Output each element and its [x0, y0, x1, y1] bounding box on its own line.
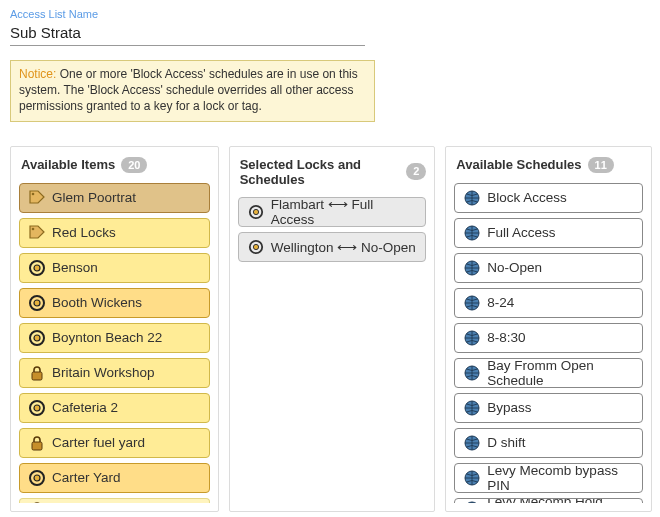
schedule-item[interactable]: 8-24 [454, 288, 643, 318]
globe-icon [463, 294, 481, 312]
schedule-item[interactable]: Levy Mecomb Hold Open [454, 498, 643, 503]
schedule-item-label: Block Access [487, 190, 567, 205]
lock-ring-icon [28, 329, 46, 347]
available-schedules-count: 11 [588, 157, 614, 173]
schedule-item[interactable]: No-Open [454, 253, 643, 283]
available-item[interactable]: Cafeteria 2 [19, 393, 210, 423]
available-item-label: Cafeteria 2 [52, 400, 118, 415]
available-item[interactable]: Benson [19, 253, 210, 283]
tag-icon [28, 189, 46, 207]
selected-item[interactable]: Wellington ⟷ No-Open [238, 232, 427, 262]
available-schedules-panel: Available Schedules 11 Block AccessFull … [445, 146, 652, 512]
available-item-label: Benson [52, 260, 98, 275]
selected-item[interactable]: Flambart ⟷ Full Access [238, 197, 427, 227]
lock-ring-icon [247, 203, 265, 221]
globe-icon [463, 469, 481, 487]
available-item[interactable]: Boynton Beach 22 [19, 323, 210, 353]
lock-ring-icon [28, 399, 46, 417]
padlock-icon [28, 500, 46, 502]
available-item-label: Booth Wickens [52, 295, 142, 310]
available-item-label: Carter fuel yard [52, 435, 145, 450]
available-items-panel: Available Items 20 Glem PoortratRed Lock… [10, 146, 219, 512]
available-item-label: Boynton Beach 22 [52, 330, 162, 345]
schedule-item-label: Bay Fromm Open Schedule [487, 358, 634, 388]
notice-body: One or more 'Block Access' schedules are… [19, 67, 358, 113]
schedule-item-label: Levy Mecomb bypass PIN [487, 463, 634, 493]
schedule-item-label: D shift [487, 435, 525, 450]
schedule-item-label: 8-24 [487, 295, 514, 310]
selected-item-label: Wellington ⟷ No-Open [271, 239, 416, 255]
schedule-item-label: Levy Mecomb Hold Open [487, 498, 634, 503]
schedule-item-label: 8-8:30 [487, 330, 525, 345]
schedule-item[interactable]: Full Access [454, 218, 643, 248]
available-item[interactable]: Glem Poortrat [19, 183, 210, 213]
access-list-name-label: Access List Name [10, 8, 652, 20]
available-item-label: Red Locks [52, 225, 116, 240]
globe-icon [463, 224, 481, 242]
available-item[interactable]: East Gate Padlock [19, 498, 210, 503]
available-item-label: Carter Yard [52, 470, 121, 485]
available-item[interactable]: Carter Yard [19, 463, 210, 493]
available-item[interactable]: Carter fuel yard [19, 428, 210, 458]
padlock-icon [28, 364, 46, 382]
notice-banner: Notice: One or more 'Block Access' sched… [10, 60, 375, 122]
available-items-title: Available Items [21, 157, 115, 172]
schedule-item[interactable]: 8-8:30 [454, 323, 643, 353]
notice-prefix: Notice: [19, 67, 56, 81]
available-item[interactable]: Booth Wickens [19, 288, 210, 318]
lock-ring-icon [28, 469, 46, 487]
available-item-label: East Gate Padlock [52, 502, 164, 503]
schedule-item[interactable]: Bay Fromm Open Schedule [454, 358, 643, 388]
schedule-item[interactable]: Block Access [454, 183, 643, 213]
globe-icon [463, 259, 481, 277]
selected-item-label: Flambart ⟷ Full Access [271, 197, 418, 228]
schedule-item[interactable]: Bypass [454, 393, 643, 423]
globe-icon [463, 434, 481, 452]
globe-icon [463, 189, 481, 207]
schedule-item-label: Full Access [487, 225, 555, 240]
schedule-item-label: Bypass [487, 400, 531, 415]
available-schedules-title: Available Schedules [456, 157, 581, 172]
available-item-label: Britain Workshop [52, 365, 155, 380]
lock-ring-icon [28, 259, 46, 277]
schedule-item[interactable]: Levy Mecomb bypass PIN [454, 463, 643, 493]
available-items-count: 20 [121, 157, 147, 173]
globe-icon [463, 364, 481, 382]
globe-icon [463, 329, 481, 347]
selected-title: Selected Locks and Schedules [240, 157, 401, 187]
access-list-name-input[interactable] [10, 22, 365, 46]
lock-ring-icon [28, 294, 46, 312]
globe-icon [463, 500, 481, 503]
globe-icon [463, 399, 481, 417]
available-item[interactable]: Red Locks [19, 218, 210, 248]
tag-icon [28, 224, 46, 242]
selected-count: 2 [406, 163, 426, 179]
schedule-item[interactable]: D shift [454, 428, 643, 458]
available-item-label: Glem Poortrat [52, 190, 136, 205]
padlock-icon [28, 434, 46, 452]
lock-ring-icon [247, 238, 265, 256]
schedule-item-label: No-Open [487, 260, 542, 275]
available-item[interactable]: Britain Workshop [19, 358, 210, 388]
selected-panel: Selected Locks and Schedules 2 Flambart … [229, 146, 436, 512]
